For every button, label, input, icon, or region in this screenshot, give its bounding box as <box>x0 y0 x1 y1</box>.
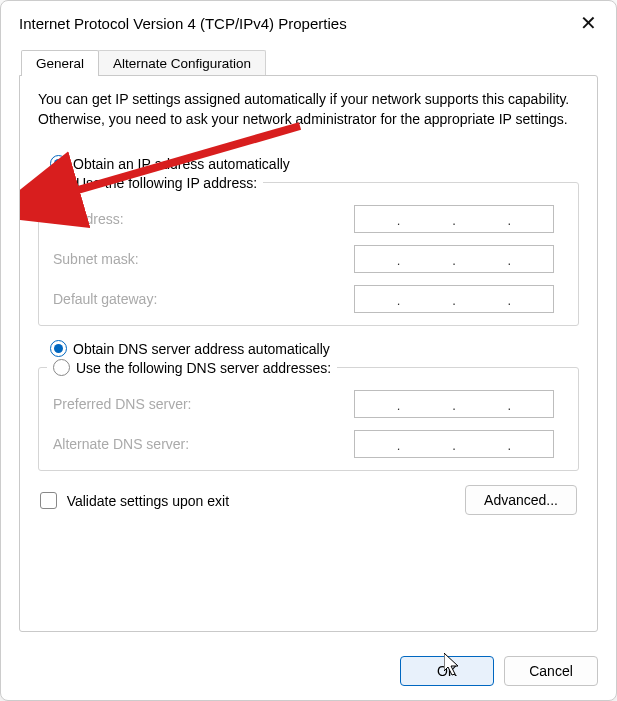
default-gateway-input[interactable]: ... <box>354 285 554 313</box>
validate-checkbox[interactable] <box>40 492 57 509</box>
subnet-mask-input[interactable]: ... <box>354 245 554 273</box>
ip-fieldset: Use the following IP address: IP address… <box>38 182 579 326</box>
tab-general[interactable]: General <box>21 50 99 76</box>
cancel-button-label: Cancel <box>529 663 573 679</box>
content-area: General Alternate Configuration You can … <box>1 45 616 644</box>
alternate-dns-input[interactable]: ... <box>354 430 554 458</box>
tabstrip: General Alternate Configuration <box>21 49 598 75</box>
alternate-dns-label: Alternate DNS server: <box>53 436 354 452</box>
tabpanel-general: You can get IP settings assigned automat… <box>19 75 598 632</box>
bottom-row: Validate settings upon exit Advanced... <box>38 485 579 515</box>
close-icon[interactable]: ✕ <box>574 9 602 37</box>
preferred-dns-input[interactable]: ... <box>354 390 554 418</box>
titlebar: Internet Protocol Version 4 (TCP/IPv4) P… <box>1 1 616 45</box>
radio-ip-auto-label: Obtain an IP address automatically <box>73 156 290 172</box>
subnet-mask-label: Subnet mask: <box>53 251 354 267</box>
radio-ip-manual-label: Use the following IP address: <box>76 175 257 191</box>
window-title: Internet Protocol Version 4 (TCP/IPv4) P… <box>19 15 347 32</box>
dns-fieldset: Use the following DNS server addresses: … <box>38 367 579 471</box>
ok-button[interactable]: OK <box>400 656 494 686</box>
intro-text: You can get IP settings assigned automat… <box>38 90 579 129</box>
radio-dns-manual-label: Use the following DNS server addresses: <box>76 360 331 376</box>
advanced-button-label: Advanced... <box>484 492 558 508</box>
radio-dns-auto[interactable] <box>50 340 67 357</box>
default-gateway-label: Default gateway: <box>53 291 354 307</box>
ip-address-input[interactable]: ... <box>354 205 554 233</box>
validate-label: Validate settings upon exit <box>67 492 229 508</box>
ok-button-label: OK <box>437 663 457 679</box>
radio-dns-auto-label: Obtain DNS server address automatically <box>73 341 330 357</box>
tab-alternate[interactable]: Alternate Configuration <box>98 50 266 76</box>
dialog-window: Internet Protocol Version 4 (TCP/IPv4) P… <box>0 0 617 701</box>
radio-ip-auto[interactable] <box>50 155 67 172</box>
footer: OK Cancel <box>1 644 616 700</box>
preferred-dns-label: Preferred DNS server: <box>53 396 354 412</box>
radio-ip-manual[interactable] <box>53 174 70 191</box>
cancel-button[interactable]: Cancel <box>504 656 598 686</box>
tab-alternate-label: Alternate Configuration <box>113 56 251 71</box>
ip-address-label: IP address: <box>53 211 354 227</box>
radio-dns-manual[interactable] <box>53 359 70 376</box>
tab-general-label: General <box>36 56 84 71</box>
advanced-button[interactable]: Advanced... <box>465 485 577 515</box>
